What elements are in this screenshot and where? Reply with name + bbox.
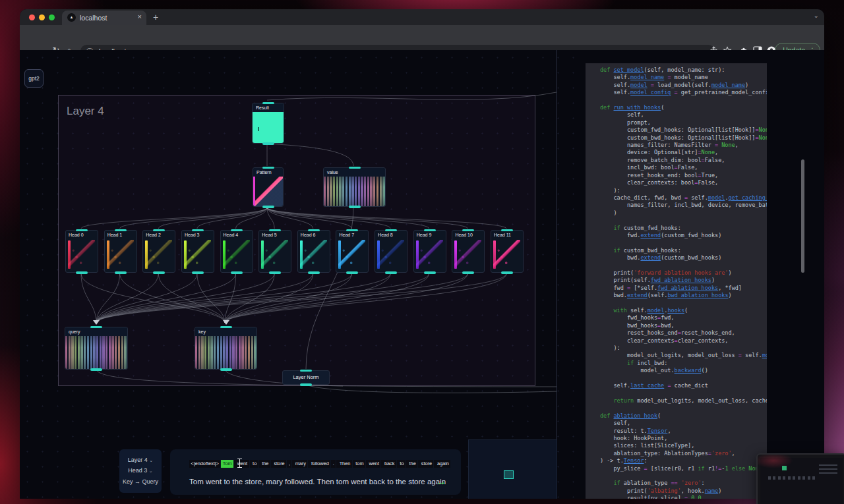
head-node-5[interactable]: Head 5 [258, 230, 291, 273]
code-line [600, 97, 767, 104]
node-handle[interactable] [308, 271, 320, 274]
token-chip[interactable]: back [381, 460, 396, 468]
head-node-9[interactable]: Head 9 [413, 230, 446, 273]
tab-close-icon[interactable]: × [138, 13, 142, 20]
query-node[interactable]: query [65, 327, 128, 370]
token-chip[interactable]: tom [353, 460, 365, 468]
token-chip[interactable]: to [397, 460, 406, 468]
node-handle[interactable] [90, 368, 102, 371]
node-handle[interactable] [76, 271, 88, 274]
token-chip[interactable]: followed [308, 460, 330, 468]
node-handle[interactable] [349, 206, 361, 208]
result-node-matrix [253, 112, 284, 143]
node-handle[interactable] [262, 102, 274, 105]
prompt-input[interactable]: Tom went to the store, mary followed. Th… [189, 478, 446, 486]
head-node-11[interactable]: Head 11 [491, 230, 524, 273]
node-handle[interactable] [231, 229, 243, 232]
node-handle[interactable] [424, 271, 436, 274]
tab-strip: ▲ localhost × + ⌄ [20, 9, 824, 25]
minimap-viewport[interactable] [504, 470, 514, 479]
node-handle[interactable] [349, 167, 361, 169]
flow-minimap[interactable] [468, 439, 557, 499]
node-handle[interactable] [346, 229, 358, 232]
node-handle[interactable] [192, 229, 204, 232]
node-handle[interactable] [192, 271, 204, 274]
node-handle[interactable] [346, 271, 358, 274]
token-chip[interactable]: again [434, 460, 450, 468]
node-handle[interactable] [424, 229, 436, 232]
head-node-10[interactable]: Head 10 [452, 230, 485, 273]
tab-title: localhost [80, 14, 107, 22]
node-handle[interactable] [385, 229, 397, 232]
browser-tab[interactable]: ▲ localhost × [62, 11, 146, 25]
token-chip[interactable]: <|endoftext|> [189, 460, 220, 468]
node-handle[interactable] [220, 368, 232, 371]
node-handle[interactable] [231, 271, 243, 274]
token-chip[interactable]: Then [336, 460, 352, 468]
token-chip[interactable]: to [250, 460, 258, 468]
code-line [600, 405, 767, 412]
code-panel[interactable]: def set_model(self, model_name: str): se… [586, 63, 767, 499]
head-node-1[interactable]: Head 1 [104, 230, 137, 273]
page-scrollbar-thumb[interactable] [801, 159, 804, 273]
node-handle[interactable] [501, 271, 513, 274]
pattern-node[interactable]: Pattern [253, 167, 284, 207]
node-handle[interactable] [269, 229, 281, 232]
node-handle[interactable] [385, 271, 397, 274]
head-node-4[interactable]: Head 4 [220, 230, 253, 273]
minimize-window-button[interactable] [39, 14, 45, 20]
head-select[interactable]: Head 3 ⌄ [119, 467, 162, 474]
node-handle[interactable] [501, 229, 513, 232]
value-node[interactable]: value [323, 167, 386, 207]
node-handle[interactable] [262, 142, 274, 145]
direction-select[interactable]: Key → Query [119, 478, 162, 485]
code-line [600, 300, 767, 307]
node-handle[interactable] [220, 326, 232, 329]
layer-select[interactable]: Layer 4 ⌄ [119, 457, 162, 463]
result-node[interactable]: Result [252, 103, 284, 144]
node-handle[interactable] [262, 206, 274, 208]
node-handle[interactable] [300, 370, 312, 372]
maximize-window-button[interactable] [49, 14, 55, 20]
node-handle[interactable] [262, 167, 274, 169]
head-node-6[interactable]: Head 6 [297, 230, 330, 273]
screen-preview-window[interactable] [756, 453, 844, 504]
head-node-7[interactable]: Head 7 [336, 230, 369, 273]
token-chip[interactable]: the [259, 460, 270, 468]
head-attention-pattern [454, 240, 481, 269]
new-tab-button[interactable]: + [153, 12, 158, 22]
head-node-0[interactable]: Head 0 [65, 230, 98, 273]
node-handle[interactable] [90, 326, 102, 329]
code-line [600, 472, 767, 480]
node-handle[interactable] [462, 271, 474, 274]
token-chip[interactable]: . [331, 460, 336, 468]
node-handle[interactable] [115, 229, 127, 232]
token-chip[interactable]: the [406, 460, 417, 468]
node-handle[interactable] [153, 229, 165, 232]
node-handle[interactable] [115, 271, 127, 274]
head-node-8[interactable]: Head 8 [375, 230, 407, 273]
layer-norm-node[interactable]: Layer Norm [282, 370, 330, 385]
head-node-2[interactable]: Head 2 [142, 230, 175, 273]
submit-arrow-icon[interactable]: → [436, 476, 446, 488]
token-chip[interactable]: mary [292, 460, 307, 468]
chevron-down-icon[interactable]: ⌄ [814, 12, 819, 19]
node-handle[interactable] [300, 383, 312, 386]
head-node-label: Head 10 [455, 233, 472, 237]
token-chip[interactable]: , [287, 460, 291, 468]
token-chip[interactable]: went [366, 460, 380, 468]
head-attention-pattern [338, 240, 365, 269]
code-line: device: Optional[str]=None, [600, 149, 767, 156]
token-chip-selected[interactable]: Tom [221, 460, 233, 468]
node-handle[interactable] [462, 229, 474, 232]
token-chip[interactable]: store [418, 460, 433, 468]
head-node-3[interactable]: Head 3 [181, 230, 214, 273]
node-handle[interactable] [153, 271, 165, 274]
key-node[interactable]: key [195, 327, 257, 370]
model-badge[interactable]: gpt2 [24, 69, 44, 88]
node-handle[interactable] [76, 229, 88, 232]
node-handle[interactable] [308, 229, 320, 232]
close-window-button[interactable] [29, 14, 35, 20]
token-chip[interactable]: store [271, 460, 286, 468]
node-handle[interactable] [269, 271, 281, 274]
